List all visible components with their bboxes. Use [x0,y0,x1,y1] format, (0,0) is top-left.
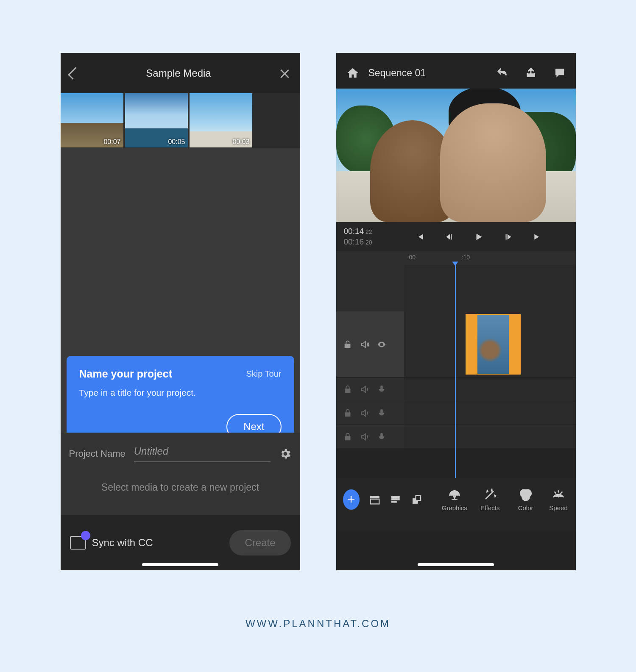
project-name-label: Project Name [69,448,126,459]
back-icon[interactable] [68,67,81,80]
layers-icon[interactable] [411,492,423,507]
lock-icon[interactable] [343,432,352,442]
mic-icon[interactable] [377,408,386,418]
speed-icon [551,487,566,502]
lock-icon[interactable] [343,385,352,394]
step-back-icon[interactable] [444,231,455,242]
unlock-icon[interactable] [343,340,352,349]
media-thumbnail[interactable]: 00:03 [190,93,252,147]
clip-handle-left[interactable] [466,315,477,374]
project-panel-icon[interactable] [369,492,381,507]
select-media-message: Select media to create a new project [61,467,300,515]
goto-start-icon[interactable] [414,231,425,242]
tooltip-title: Name your project [79,368,173,380]
close-icon[interactable] [279,68,290,78]
settings-icon[interactable] [279,447,292,460]
footer-url: WWW.PLANNTHAT.COM [0,618,636,630]
graphics-icon [447,487,462,502]
sync-cc-toggle[interactable]: Sync with CC [70,536,153,550]
add-button[interactable]: + [343,489,360,510]
tooltip-body: Type in a title for your project. [79,388,282,398]
playback-bar: 00:1422 00:1620 [336,222,576,251]
svg-rect-1 [370,499,379,504]
creative-cloud-icon [70,536,86,550]
media-thumbnail[interactable]: 00:07 [61,93,123,147]
screen-title: Sample Media [146,67,211,79]
clip-duration: 00:03 [232,138,249,146]
effects-icon [483,487,497,502]
effects-tool[interactable]: Effects [477,487,503,511]
play-icon[interactable] [473,231,484,242]
color-tool[interactable]: Color [513,487,539,511]
sequence-title: Sequence 01 [368,67,487,79]
audio-track-3[interactable] [336,425,576,448]
project-name-area: Project Name Untitled Select media to cr… [61,433,300,515]
clip-duration: 00:07 [103,138,120,146]
mute-icon[interactable] [360,340,369,349]
project-name-input[interactable]: Untitled [134,445,271,462]
home-icon[interactable] [346,67,359,79]
graphics-tool[interactable]: Graphics [441,487,468,511]
audio-track-2[interactable] [336,401,576,425]
color-icon [519,487,533,502]
media-thumbnail[interactable]: 00:05 [125,93,188,147]
mute-icon[interactable] [360,385,369,394]
home-indicator [418,563,494,566]
sync-cc-label: Sync with CC [92,537,153,549]
mic-icon[interactable] [377,385,386,394]
svg-rect-2 [392,496,399,497]
audio-track-1[interactable] [336,377,576,401]
svg-point-9 [522,494,529,501]
mute-icon[interactable] [360,408,369,418]
media-thumbnail-row: 00:07 00:05 00:03 [61,93,300,148]
phone-left: Sample Media 00:07 00:05 00:03 Name your… [61,53,300,570]
timecodes: 00:1422 00:1620 [344,226,372,247]
svg-rect-0 [370,496,379,498]
lock-icon[interactable] [343,408,352,418]
mute-icon[interactable] [360,432,369,442]
visibility-icon[interactable] [377,340,386,349]
play-controls [389,231,568,242]
clip-duration: 00:05 [168,138,185,146]
step-forward-icon[interactable] [503,231,514,242]
goto-end-icon[interactable] [533,231,544,242]
playhead[interactable] [455,265,456,478]
comment-icon[interactable] [554,67,566,79]
timeline-clip[interactable] [466,314,521,375]
create-button[interactable]: Create [229,530,290,555]
left-body: Name your project Skip Tour Type in a ti… [61,148,300,515]
phone-right: Sequence 01 00:1422 00:1620 [336,53,576,570]
svg-rect-3 [392,499,399,500]
video-track[interactable] [336,311,576,377]
video-preview[interactable] [336,89,576,222]
edit-panel-icon[interactable] [390,492,402,507]
home-indicator [142,563,218,566]
undo-icon[interactable] [496,67,508,79]
timeline[interactable] [336,265,576,478]
svg-rect-6 [416,496,421,501]
clip-handle-right[interactable] [509,315,520,374]
left-header: Sample Media [61,53,300,93]
bottom-toolbar: + Graphics Effects Color Speed [336,478,576,531]
right-header: Sequence 01 [336,53,576,89]
speed-tool[interactable]: Speed [548,487,569,511]
left-footer: Sync with CC Create [61,515,300,570]
mic-icon[interactable] [377,432,386,442]
skip-tour-link[interactable]: Skip Tour [246,369,281,379]
svg-rect-4 [392,501,397,502]
share-icon[interactable] [525,67,537,79]
